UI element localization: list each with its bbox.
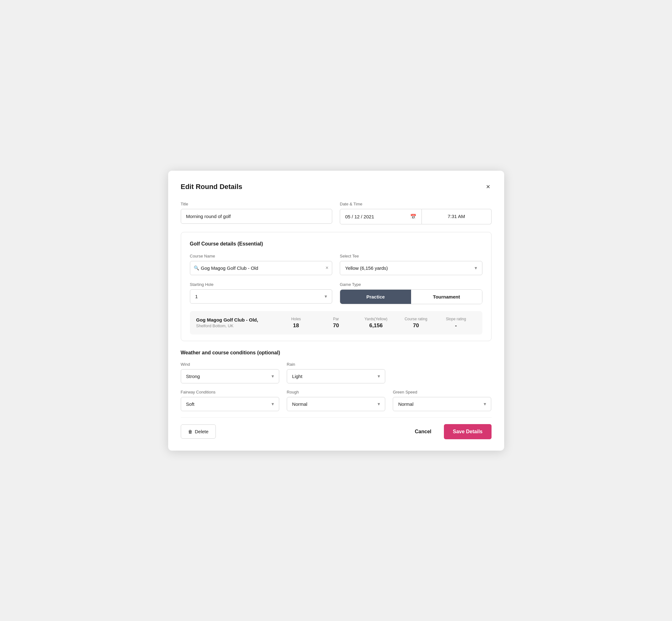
slope-rating-value: - [455, 323, 457, 329]
yards-value: 6,156 [369, 323, 383, 329]
save-button[interactable]: Save Details [444, 424, 491, 439]
slope-rating-label: Slope rating [446, 317, 466, 321]
course-info-row: Gog Magog Golf Club - Old, Shelford Bott… [190, 311, 482, 334]
calendar-icon: 📅 [410, 214, 416, 220]
course-stat-yards: Yards(Yellow) 6,156 [356, 317, 396, 329]
weather-section-title: Weather and course conditions (optional) [181, 350, 492, 356]
tournament-toggle-button[interactable]: Tournament [411, 290, 482, 304]
course-rating-value: 70 [413, 323, 419, 329]
date-value: 05 / 12 / 2021 [345, 214, 374, 219]
close-button[interactable]: × [485, 182, 492, 192]
delete-label: Delete [195, 429, 209, 434]
title-input[interactable] [181, 209, 333, 224]
rain-dropdown[interactable]: None Light Moderate Heavy [287, 369, 385, 383]
green-speed-dropdown[interactable]: Slow Normal Fast Very Fast [393, 397, 491, 411]
starting-hole-group: Starting Hole 1 2 3 4 5 6 7 8 9 10 ▼ [190, 282, 333, 304]
title-label: Title [181, 202, 333, 206]
golf-course-section: Golf Course details (Essential) Course N… [181, 232, 492, 341]
course-stat-par: Par 70 [316, 317, 356, 329]
green-speed-group: Green Speed Slow Normal Fast Very Fast ▼ [393, 390, 491, 411]
course-info-main: Gog Magog Golf Club - Old, Shelford Bott… [196, 317, 276, 328]
modal: Edit Round Details × Title Date & Time 0… [168, 171, 504, 451]
wind-rain-row: Wind Calm Light Moderate Strong Very Str… [181, 362, 492, 383]
wind-dropdown[interactable]: Calm Light Moderate Strong Very Strong [181, 369, 279, 383]
rain-group: Rain None Light Moderate Heavy ▼ [287, 362, 385, 383]
fairway-wrap: Dry Normal Soft Wet ▼ [181, 397, 279, 411]
search-icon: 🔍 [194, 265, 199, 271]
cancel-button[interactable]: Cancel [410, 426, 436, 438]
game-type-label: Game Type [340, 282, 482, 287]
starting-hole-dropdown[interactable]: 1 2 3 4 5 6 7 8 9 10 [190, 289, 333, 303]
footer-row: 🗑 Delete Cancel Save Details [181, 417, 492, 439]
course-stat-slope-rating: Slope rating - [436, 317, 476, 329]
starting-hole-label: Starting Hole [190, 282, 333, 287]
date-field[interactable]: 05 / 12 / 2021 📅 [340, 209, 422, 224]
golf-course-section-title: Golf Course details (Essential) [190, 241, 482, 247]
select-tee-wrap: Yellow (6,156 yards) White Red Blue ▼ [340, 261, 482, 275]
footer-right: Cancel Save Details [410, 424, 492, 439]
time-value: 7:31 AM [448, 214, 465, 219]
hole-gametype-row: Starting Hole 1 2 3 4 5 6 7 8 9 10 ▼ [190, 282, 482, 304]
wind-label: Wind [181, 362, 279, 367]
game-type-group: Game Type Practice Tournament [340, 282, 482, 304]
select-tee-group: Select Tee Yellow (6,156 yards) White Re… [340, 254, 482, 275]
green-speed-label: Green Speed [393, 390, 491, 395]
datetime-label: Date & Time [340, 202, 492, 206]
course-rating-label: Course rating [405, 317, 427, 321]
course-name-clear-button[interactable]: × [326, 265, 328, 271]
select-tee-label: Select Tee [340, 254, 482, 258]
delete-button[interactable]: 🗑 Delete [181, 424, 216, 439]
starting-hole-wrap: 1 2 3 4 5 6 7 8 9 10 ▼ [190, 289, 333, 303]
course-name-label: Course Name [190, 254, 333, 258]
course-name-search-wrap: 🔍 × [190, 261, 333, 275]
fairway-dropdown[interactable]: Dry Normal Soft Wet [181, 397, 279, 411]
course-info-name: Gog Magog Golf Club - Old, [196, 317, 276, 323]
modal-header: Edit Round Details × [181, 182, 492, 192]
rough-group: Rough Short Normal Long Very Long ▼ [287, 390, 385, 411]
rough-dropdown[interactable]: Short Normal Long Very Long [287, 397, 385, 411]
datetime-group: Date & Time 05 / 12 / 2021 📅 7:31 AM [340, 202, 492, 224]
trash-icon: 🗑 [188, 429, 193, 434]
rough-label: Rough [287, 390, 385, 395]
fairway-group: Fairway Conditions Dry Normal Soft Wet ▼ [181, 390, 279, 411]
course-tee-row: Course Name 🔍 × Select Tee Yellow (6,156… [190, 254, 482, 275]
wind-group: Wind Calm Light Moderate Strong Very Str… [181, 362, 279, 383]
par-value: 70 [333, 323, 339, 329]
weather-section: Weather and course conditions (optional)… [181, 350, 492, 411]
time-field[interactable]: 7:31 AM [422, 209, 492, 224]
course-info-location: Shelford Bottom, UK [196, 323, 276, 328]
course-name-input[interactable] [190, 261, 333, 275]
select-tee-dropdown[interactable]: Yellow (6,156 yards) White Red Blue [340, 261, 482, 275]
course-name-group: Course Name 🔍 × [190, 254, 333, 275]
holes-label: Holes [291, 317, 301, 321]
holes-value: 18 [293, 323, 299, 329]
course-stat-holes: Holes 18 [276, 317, 316, 329]
title-datetime-row: Title Date & Time 05 / 12 / 2021 📅 7:31 … [181, 202, 492, 224]
fairway-label: Fairway Conditions [181, 390, 279, 395]
course-stat-course-rating: Course rating 70 [396, 317, 436, 329]
datetime-row: 05 / 12 / 2021 📅 7:31 AM [340, 209, 492, 224]
modal-title: Edit Round Details [181, 183, 243, 191]
fairway-rough-green-row: Fairway Conditions Dry Normal Soft Wet ▼… [181, 390, 492, 411]
green-speed-wrap: Slow Normal Fast Very Fast ▼ [393, 397, 491, 411]
yards-label: Yards(Yellow) [365, 317, 387, 321]
rough-wrap: Short Normal Long Very Long ▼ [287, 397, 385, 411]
wind-wrap: Calm Light Moderate Strong Very Strong ▼ [181, 369, 279, 383]
game-type-toggle: Practice Tournament [340, 289, 482, 304]
practice-toggle-button[interactable]: Practice [340, 290, 411, 304]
rain-label: Rain [287, 362, 385, 367]
title-group: Title [181, 202, 333, 224]
par-label: Par [333, 317, 339, 321]
rain-wrap: None Light Moderate Heavy ▼ [287, 369, 385, 383]
